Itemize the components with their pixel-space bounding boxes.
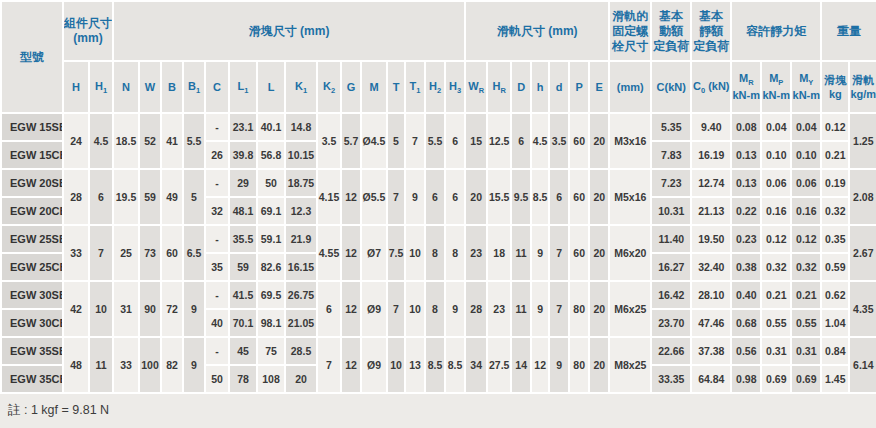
table-row: EGW 15SB244.518.552415.5-23.140.114.83.5…: [1, 113, 876, 141]
cell-N: 33: [113, 337, 139, 393]
cell-h: 9: [531, 281, 549, 337]
cell-Cdyn: 11.40: [651, 225, 691, 253]
cell-L: 56.8: [257, 141, 285, 169]
col-header-block_kg: 滑塊kg: [821, 61, 849, 113]
cell-block_kg: 0.62: [821, 281, 849, 309]
cell-bolt: M5x16: [609, 169, 651, 225]
col-group-1: 滑塊尺寸 (mm): [113, 1, 465, 61]
cell-MY: 0.32: [791, 253, 821, 281]
cell-K2: 6: [317, 281, 341, 337]
cell-P: 80: [569, 281, 589, 337]
col-header-Cdyn: C(kN): [651, 61, 691, 113]
cell-MP: 0.04: [761, 113, 791, 141]
cell-L1: 41.5: [229, 281, 257, 309]
cell-P: 80: [569, 337, 589, 393]
cell-L: 69.1: [257, 197, 285, 225]
cell-C: 32: [205, 197, 229, 225]
cell-L1: 29: [229, 169, 257, 197]
model-cell: EGW 30CB: [1, 309, 63, 337]
col-header-E: E: [589, 61, 609, 113]
col-group-7: 重量: [821, 1, 876, 61]
cell-MR: 0.98: [731, 365, 761, 393]
cell-N: 18.5: [113, 113, 139, 169]
cell-H: 24: [63, 113, 89, 169]
cell-W: 73: [139, 225, 161, 281]
cell-K1: 16.15: [285, 253, 317, 281]
cell-L1: 48.1: [229, 197, 257, 225]
model-cell: EGW 15SB: [1, 113, 63, 141]
cell-block_kg: 0.84: [821, 337, 849, 365]
cell-T: 7: [387, 169, 405, 225]
cell-L1: 39.8: [229, 141, 257, 169]
cell-C0: 28.10: [691, 281, 731, 309]
table-row: EGW 35SB481133100829-457528.5712Ø910138.…: [1, 337, 876, 365]
cell-T1: 9: [405, 169, 425, 225]
cell-L: 98.1: [257, 309, 285, 337]
cell-h: 9: [531, 225, 549, 281]
col-header-h: h: [531, 61, 549, 113]
cell-C0: 12.74: [691, 169, 731, 197]
cell-L: 82.6: [257, 253, 285, 281]
cell-MR: 0.40: [731, 281, 761, 309]
cell-H2: 8.5: [425, 337, 445, 393]
cell-MP: 0.31: [761, 337, 791, 365]
cell-T: 7: [387, 281, 405, 337]
cell-E: 20: [589, 281, 609, 337]
cell-Cdyn: 7.83: [651, 141, 691, 169]
cell-K1: 21.05: [285, 309, 317, 337]
col-header-H: H: [63, 61, 89, 113]
cell-P: 60: [569, 225, 589, 281]
cell-L: 69.5: [257, 281, 285, 309]
cell-K2: 7: [317, 337, 341, 393]
cell-G: 12: [341, 337, 361, 393]
col-header-MR: MRkN-m: [731, 61, 761, 113]
cell-K2: 4.55: [317, 225, 341, 281]
cell-block_kg: 1.45: [821, 365, 849, 393]
col-header-L: L: [257, 61, 285, 113]
col-header-B: B: [161, 61, 183, 113]
col-header-D: D: [511, 61, 531, 113]
cell-C: -: [205, 169, 229, 197]
cell-HR: 12.5: [487, 113, 511, 169]
cell-HR: 18: [487, 225, 511, 281]
cell-MR: 0.56: [731, 337, 761, 365]
cell-H1: 4.5: [89, 113, 113, 169]
cell-T: 5: [387, 113, 405, 169]
col-header-d: d: [549, 61, 569, 113]
cell-d: 9: [549, 337, 569, 393]
cell-C0: 47.46: [691, 309, 731, 337]
cell-Cdyn: 5.35: [651, 113, 691, 141]
cell-M: Ø5.5: [361, 169, 387, 225]
cell-C0: 21.13: [691, 197, 731, 225]
cell-block_kg: 0.19: [821, 169, 849, 197]
cell-MP: 0.10: [761, 141, 791, 169]
cell-K1: 26.75: [285, 281, 317, 309]
cell-C0: 32.40: [691, 253, 731, 281]
cell-L1: 45: [229, 337, 257, 365]
model-cell: EGW 15CB: [1, 141, 63, 169]
col-header-model: 型號: [1, 1, 63, 113]
cell-MR: 0.08: [731, 113, 761, 141]
cell-M: Ø4.5: [361, 113, 387, 169]
col-group-3: 滑軌的 固定螺 栓尺寸: [609, 1, 651, 61]
cell-L: 40.1: [257, 113, 285, 141]
cell-MP: 0.32: [761, 253, 791, 281]
cell-G: 5.7: [341, 113, 361, 169]
cell-Cdyn: 23.70: [651, 309, 691, 337]
cell-bolt: M8x25: [609, 337, 651, 393]
col-header-MP: MPkN-m: [761, 61, 791, 113]
col-header-G: G: [341, 61, 361, 113]
col-group-6: 容許靜力矩: [731, 1, 821, 61]
cell-H: 33: [63, 225, 89, 281]
cell-C0: 16.19: [691, 141, 731, 169]
cell-H: 28: [63, 169, 89, 225]
cell-MY: 0.31: [791, 337, 821, 365]
col-header-W: W: [139, 61, 161, 113]
cell-h: 12: [531, 337, 549, 393]
cell-N: 19.5: [113, 169, 139, 225]
cell-rail_kg: 2.08: [849, 169, 876, 225]
col-header-rail_kg: 滑軌kg/m: [849, 61, 876, 113]
col-header-K2: K2: [317, 61, 341, 113]
cell-E: 20: [589, 113, 609, 169]
cell-block_kg: 0.12: [821, 113, 849, 141]
